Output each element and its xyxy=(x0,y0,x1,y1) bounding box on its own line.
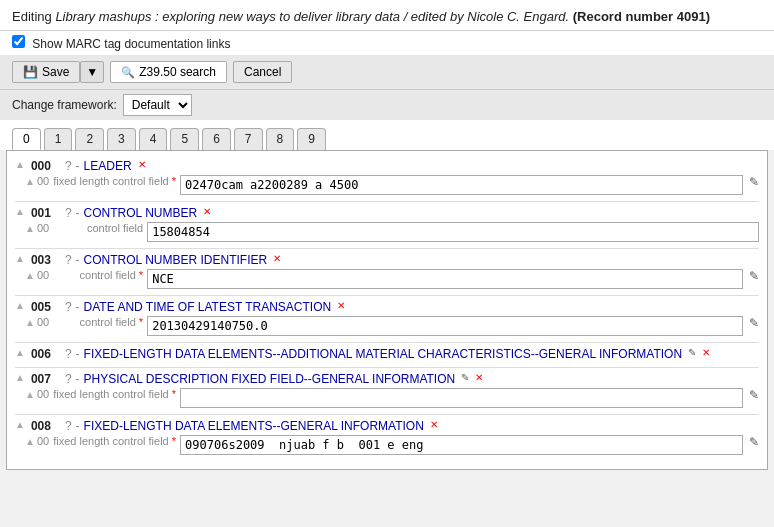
marc-input-003-0[interactable] xyxy=(147,269,743,289)
marc-collapse-005[interactable]: ▲ xyxy=(15,300,25,311)
marc-tag-line-003: ▲003? - CONTROL NUMBER IDENTIFIER✕ xyxy=(15,253,759,267)
marc-edit-icon-008-0[interactable]: ✎ xyxy=(749,435,759,449)
marc-edit-icon-003-0[interactable]: ✎ xyxy=(749,269,759,283)
framework-label: Change framework: xyxy=(12,98,117,112)
marc-edit-inline-icon-006[interactable]: ✎ xyxy=(688,347,696,358)
marc-tag-line-006: ▲006? - FIXED-LENGTH DATA ELEMENTS--ADDI… xyxy=(15,347,759,361)
marc-tag-num-003: 003 xyxy=(31,253,61,267)
marc-subfield-row-007-0: ▲ 00fixed length control field *✎ xyxy=(25,388,759,408)
ind-arrow[interactable]: ▲ xyxy=(25,223,35,234)
marc-help-005[interactable]: ? xyxy=(65,300,72,314)
marc-collapse-000[interactable]: ▲ xyxy=(15,159,25,170)
marc-collapse-001[interactable]: ▲ xyxy=(15,206,25,217)
field-divider xyxy=(15,367,759,368)
marc-input-000-0[interactable] xyxy=(180,175,743,195)
marc-help-000[interactable]: ? xyxy=(65,159,72,173)
marc-field-name-003: CONTROL NUMBER IDENTIFIER xyxy=(84,253,268,267)
tabs-row: 0123456789 xyxy=(0,120,774,150)
marc-subfield-row-001-0: ▲ 00control field xyxy=(25,222,759,242)
z3950-search-button[interactable]: 🔍 Z39.50 search xyxy=(110,61,227,83)
ind-num: 00 xyxy=(37,269,49,281)
marc-field-name-006: FIXED-LENGTH DATA ELEMENTS--ADDITIONAL M… xyxy=(84,347,683,361)
tab-3[interactable]: 3 xyxy=(107,128,136,150)
required-star: * xyxy=(169,175,176,187)
search-icon: 🔍 xyxy=(121,66,135,79)
marc-delete-icon-000[interactable]: ✕ xyxy=(138,159,146,170)
marc-field-label-005-0: control field * xyxy=(53,316,143,328)
marc-collapse-003[interactable]: ▲ xyxy=(15,253,25,264)
marc-help-007[interactable]: ? xyxy=(65,372,72,386)
marc-indicator-007-0: ▲ 00 xyxy=(25,388,49,400)
tab-5[interactable]: 5 xyxy=(170,128,199,150)
tab-6[interactable]: 6 xyxy=(202,128,231,150)
ind-num: 00 xyxy=(37,435,49,447)
save-button[interactable]: 💾 Save xyxy=(12,61,80,83)
marc-indicator-001-0: ▲ 00 xyxy=(25,222,49,234)
field-divider xyxy=(15,295,759,296)
marc-collapse-007[interactable]: ▲ xyxy=(15,372,25,383)
marc-field-label-003-0: control field * xyxy=(53,269,143,281)
framework-selector: Change framework: Default xyxy=(0,90,774,120)
marc-help-001[interactable]: ? xyxy=(65,206,72,220)
marc-collapse-008[interactable]: ▲ xyxy=(15,419,25,430)
marc-input-007-0[interactable] xyxy=(180,388,743,408)
field-divider xyxy=(15,248,759,249)
marc-field-label-001-0: control field xyxy=(53,222,143,234)
framework-dropdown[interactable]: Default xyxy=(123,94,192,116)
marc-help-008[interactable]: ? xyxy=(65,419,72,433)
tab-1[interactable]: 1 xyxy=(44,128,73,150)
tab-9[interactable]: 9 xyxy=(297,128,326,150)
marc-checkbox[interactable] xyxy=(12,35,25,48)
marc-delete-icon-007[interactable]: ✕ xyxy=(475,372,483,383)
marc-field-label-000-0: fixed length control field * xyxy=(53,175,176,187)
dropdown-arrow-icon: ▼ xyxy=(86,65,98,79)
marc-help-006[interactable]: ? xyxy=(65,347,72,361)
marc-checkbox-label[interactable]: Show MARC tag documentation links xyxy=(32,37,230,51)
field-divider xyxy=(15,201,759,202)
ind-arrow[interactable]: ▲ xyxy=(25,176,35,187)
marc-edit-inline-icon-007[interactable]: ✎ xyxy=(461,372,469,383)
marc-delete-icon-001[interactable]: ✕ xyxy=(203,206,211,217)
marc-tag-num-006: 006 xyxy=(31,347,61,361)
required-star: * xyxy=(136,316,143,328)
marc-delete-icon-003[interactable]: ✕ xyxy=(273,253,281,264)
ind-arrow[interactable]: ▲ xyxy=(25,270,35,281)
toolbar: 💾 Save ▼ 🔍 Z39.50 search Cancel xyxy=(0,55,774,90)
save-icon: 💾 xyxy=(23,65,38,79)
page-header: Editing Library mashups : exploring new … xyxy=(0,0,774,31)
tab-7[interactable]: 7 xyxy=(234,128,263,150)
ind-arrow[interactable]: ▲ xyxy=(25,389,35,400)
marc-input-005-0[interactable] xyxy=(147,316,743,336)
marc-indicator-003-0: ▲ 00 xyxy=(25,269,49,281)
ind-arrow[interactable]: ▲ xyxy=(25,317,35,328)
marc-help-003[interactable]: ? xyxy=(65,253,72,267)
marc-delete-icon-005[interactable]: ✕ xyxy=(337,300,345,311)
marc-row-000: ▲000? - LEADER✕▲ 00fixed length control … xyxy=(15,159,759,195)
marc-collapse-006[interactable]: ▲ xyxy=(15,347,25,358)
tab-0[interactable]: 0 xyxy=(12,128,41,150)
marc-edit-icon-005-0[interactable]: ✎ xyxy=(749,316,759,330)
marc-input-008-0[interactable] xyxy=(180,435,743,455)
marc-delete-icon-008[interactable]: ✕ xyxy=(430,419,438,430)
marc-dash-007: - xyxy=(76,372,80,386)
tab-8[interactable]: 8 xyxy=(266,128,295,150)
tab-4[interactable]: 4 xyxy=(139,128,168,150)
marc-indicator-008-0: ▲ 00 xyxy=(25,435,49,447)
marc-dash-003: - xyxy=(76,253,80,267)
ind-num: 00 xyxy=(37,175,49,187)
marc-subfield-row-003-0: ▲ 00control field *✎ xyxy=(25,269,759,289)
marc-input-001-0[interactable] xyxy=(147,222,759,242)
marc-field-name-001: CONTROL NUMBER xyxy=(84,206,198,220)
marc-edit-icon-007-0[interactable]: ✎ xyxy=(749,388,759,402)
tab-2[interactable]: 2 xyxy=(75,128,104,150)
marc-delete-icon-006[interactable]: ✕ xyxy=(702,347,710,358)
marc-subfield-row-005-0: ▲ 00control field *✎ xyxy=(25,316,759,336)
marc-tag-line-001: ▲001? - CONTROL NUMBER✕ xyxy=(15,206,759,220)
marc-tag-line-007: ▲007? - PHYSICAL DESCRIPTION FIXED FIELD… xyxy=(15,372,759,386)
save-dropdown-button[interactable]: ▼ xyxy=(80,61,104,83)
cancel-button[interactable]: Cancel xyxy=(233,61,292,83)
marc-subfield-row-000-0: ▲ 00fixed length control field *✎ xyxy=(25,175,759,195)
marc-edit-icon-000-0[interactable]: ✎ xyxy=(749,175,759,189)
field-divider xyxy=(15,342,759,343)
ind-arrow[interactable]: ▲ xyxy=(25,436,35,447)
